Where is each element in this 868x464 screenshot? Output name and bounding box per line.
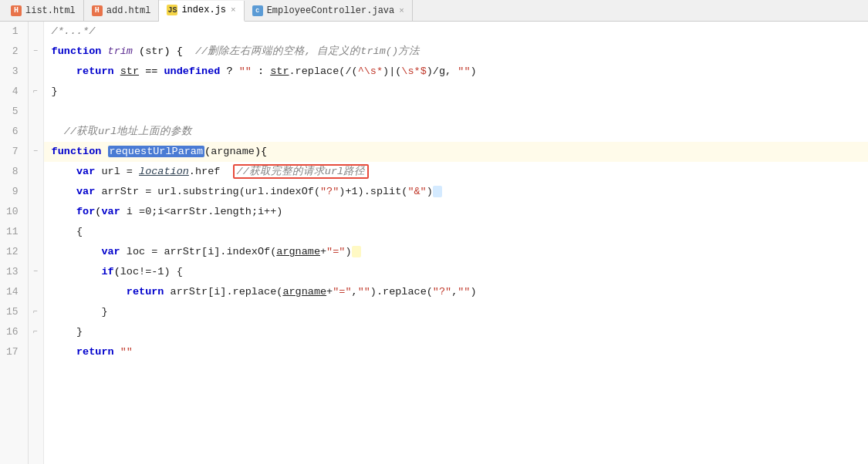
gutter-fold-7[interactable]: − <box>29 142 43 162</box>
tab-close-employee-java[interactable]: × <box>399 6 404 15</box>
tab-label-add-html: add.html <box>106 5 151 16</box>
gutter-fold-4[interactable]: ⌐ <box>29 82 43 102</box>
tab-icon-html2: H <box>92 5 103 16</box>
line-num-4: 4 <box>6 82 22 102</box>
line-num-7: 7 <box>6 142 22 162</box>
kw-undefined: undefined <box>164 66 220 77</box>
line-num-3: 3 <box>6 62 22 82</box>
kw-if: if <box>101 266 113 277</box>
line-num-14: 14 <box>6 282 22 302</box>
kw-function-2: function <box>52 45 102 57</box>
code-line-15: } <box>44 302 868 322</box>
code-line-13: if(loc!=-1) { <box>44 262 868 282</box>
editor: 1 2 3 4 5 6 7 8 9 10 11 12 13 14 15 16 1… <box>0 22 868 464</box>
code-line-6: //获取url地址上面的参数 <box>44 122 868 142</box>
line-num-1: 1 <box>6 22 22 42</box>
tab-icon-html: H <box>11 5 22 16</box>
code-line-16: } <box>44 322 868 342</box>
kw-return-3: return <box>76 66 114 77</box>
line-num-13: 13 <box>6 262 22 282</box>
kw-var-9: var <box>76 186 95 197</box>
kw-var-12: var <box>101 246 120 257</box>
kw-return-17: return <box>76 346 114 358</box>
code-line-2: function trim (str) { //删除左右两端的空格, 自定义的t… <box>44 42 868 62</box>
var-argname-14: argname <box>282 286 326 298</box>
kw-var-8: var <box>76 166 95 177</box>
param-str: str <box>145 45 164 57</box>
fn-trim: trim <box>108 45 133 57</box>
code-line-9: var arrStr = url.substring(url.indexOf("… <box>44 182 868 202</box>
line-num-10: 10 <box>6 202 22 222</box>
tab-icon-java: C <box>252 5 263 16</box>
gutter-fold-16[interactable]: ⌐ <box>29 322 43 342</box>
param-argname: argname <box>211 146 255 157</box>
gutter-17 <box>29 342 43 362</box>
tab-label-list-html: list.html <box>25 5 76 16</box>
tab-close-index-js[interactable]: × <box>231 5 236 15</box>
line-num-12: 12 <box>6 242 22 262</box>
comment-url: //获取url地址上面的参数 <box>52 126 193 137</box>
kw-return-14: return <box>127 286 164 298</box>
code-content[interactable]: /*...*/ function trim (str) { //删除左右两端的空… <box>44 22 868 464</box>
line-numbers: 1 2 3 4 5 6 7 8 9 10 11 12 13 14 15 16 1… <box>0 22 29 464</box>
gutter-fold-15[interactable]: ⌐ <box>29 302 43 322</box>
gutter: − ⌐ − − ⌐ ⌐ <box>29 22 44 464</box>
gutter-14 <box>29 282 43 302</box>
line-num-5: 5 <box>6 102 22 122</box>
tab-bar: H list.html H add.html JS index.js × C E… <box>0 0 868 22</box>
gutter-9 <box>29 182 43 202</box>
code-line-12: var loc = arrStr[i].indexOf(argname+"=") <box>44 242 868 262</box>
line-num-17: 17 <box>6 342 22 362</box>
code-line-1: /*...*/ <box>44 22 868 42</box>
kw-function-7: function <box>52 146 102 157</box>
str-empty-return: "" <box>120 346 133 358</box>
kw-for: for <box>76 206 95 217</box>
code-line-4: } <box>44 82 868 102</box>
code-line-14: return arrStr[i].replace(argname+"=","")… <box>44 282 868 302</box>
gutter-11 <box>29 222 43 242</box>
gutter-8 <box>29 162 43 182</box>
code-line-7: function requestUrlParam(argname){ <box>44 142 868 162</box>
gutter-6 <box>29 122 43 142</box>
code-line-3: return str == undefined ? "" : str.repla… <box>44 62 868 82</box>
var-location: location <box>139 166 189 177</box>
gutter-12 <box>29 242 43 262</box>
tab-list-html[interactable]: H list.html <box>3 0 84 21</box>
code-line-5 <box>44 102 868 122</box>
var-str2: str <box>270 66 289 77</box>
comment-get-url: //获取完整的请求url路径 <box>233 164 370 179</box>
tab-icon-js: JS <box>167 5 177 15</box>
kw-var-10: var <box>101 206 120 217</box>
comment-trim: //删除左右两端的空格, 自定义的trim()方法 <box>195 45 420 57</box>
code-line-17: return "" <box>44 342 868 362</box>
line-num-15: 15 <box>6 302 22 322</box>
gutter-fold-2[interactable]: − <box>29 42 43 62</box>
gutter-fold-13[interactable]: − <box>29 262 43 282</box>
code-line-8: var url = location.href //获取完整的请求url路径 <box>44 162 868 182</box>
gutter-3 <box>29 62 43 82</box>
gutter-5 <box>29 102 43 122</box>
tab-label-index-js: index.js <box>181 5 226 15</box>
code-line-10: for(var i =0;i<arrStr.length;i++) <box>44 202 868 222</box>
line-num-8: 8 <box>6 162 22 182</box>
line-num-2: 2 <box>6 42 22 62</box>
tab-employee-java[interactable]: C EmployeeController.java × <box>245 0 413 21</box>
line-num-16: 16 <box>6 322 22 342</box>
gutter-10 <box>29 202 43 222</box>
tab-add-html[interactable]: H add.html <box>84 0 160 21</box>
line-num-6: 6 <box>6 122 22 142</box>
var-argname-12: argname <box>276 246 320 257</box>
tab-label-employee-java: EmployeeController.java <box>267 5 395 16</box>
comment-1: /*...*/ <box>52 25 96 37</box>
code-line-11: { <box>44 222 868 242</box>
line-num-11: 11 <box>6 222 22 242</box>
fn-requestUrlParam: requestUrlParam <box>108 146 205 157</box>
gutter-1 <box>29 22 43 42</box>
var-str: str <box>120 66 139 77</box>
tab-index-js[interactable]: JS index.js × <box>159 1 244 22</box>
str-empty1: "" <box>239 66 252 77</box>
line-num-9: 9 <box>6 182 22 202</box>
